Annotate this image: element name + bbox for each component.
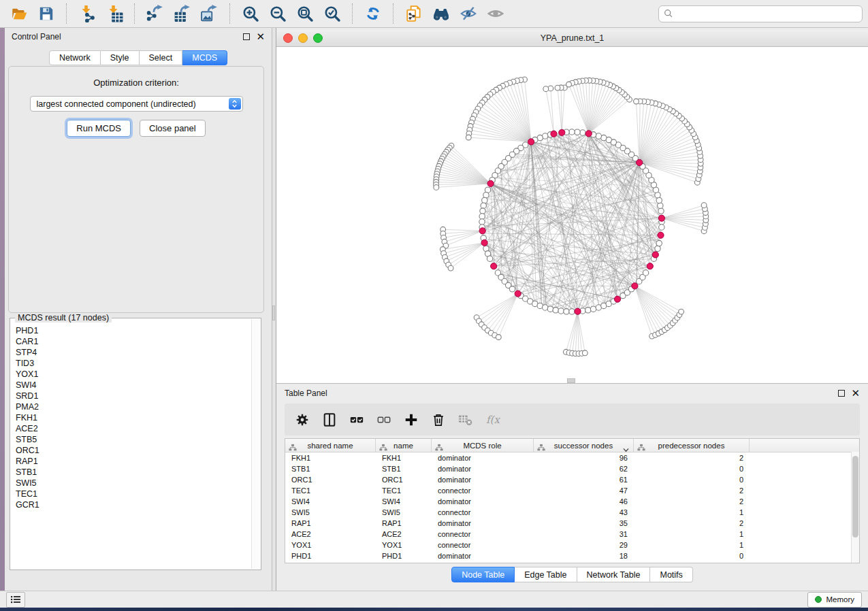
memory-button[interactable]: Memory (807, 592, 862, 608)
table-cell[interactable]: 18 (534, 550, 634, 561)
show-columns-button[interactable] (319, 409, 340, 431)
mcds-result-item[interactable]: FKH1 (16, 412, 261, 423)
network-graph[interactable] (276, 47, 868, 384)
mcds-result-item[interactable]: YOX1 (16, 369, 261, 380)
table-cell[interactable]: FKH1 (285, 452, 376, 463)
search-network-button[interactable] (428, 2, 455, 25)
table-cell[interactable]: connector (432, 529, 534, 540)
mcds-list-scrollbar[interactable] (251, 319, 260, 569)
table-cell[interactable]: TEC1 (285, 485, 376, 496)
table-cell[interactable]: YOX1 (285, 540, 376, 550)
scrollbar-thumb[interactable] (852, 456, 858, 538)
refresh-view-button[interactable] (359, 2, 387, 25)
horizontal-splitter-handle[interactable] (567, 378, 575, 383)
close-window-icon[interactable] (283, 33, 293, 43)
zoom-in-button[interactable] (237, 2, 264, 25)
search-input[interactable] (658, 5, 863, 22)
mcds-result-item[interactable]: CAR1 (16, 336, 261, 347)
import-network-button[interactable] (74, 2, 101, 25)
mcds-result-item[interactable]: SWI4 (16, 380, 261, 391)
mcds-result-item[interactable]: TID3 (16, 358, 261, 369)
table-cell[interactable]: FKH1 (376, 452, 432, 463)
table-cell[interactable]: PHD1 (285, 550, 376, 561)
float-panel-icon[interactable] (243, 33, 250, 40)
table-cell[interactable]: 96 (534, 452, 634, 463)
tab-edge-table[interactable]: Edge Table (515, 567, 577, 582)
select-all-button[interactable] (346, 409, 368, 431)
mcds-result-item[interactable]: STP4 (16, 347, 261, 358)
table-row[interactable]: PHD1PHD1dominator180 (285, 550, 859, 561)
table-cell[interactable]: ACE2 (285, 529, 376, 540)
table-scrollbar[interactable] (851, 452, 859, 563)
table-cell[interactable]: 1 (634, 507, 750, 518)
table-row[interactable]: TEC1TEC1connector472 (285, 485, 859, 496)
table-cell[interactable]: 31 (534, 529, 634, 540)
mcds-result-item[interactable]: SWI5 (16, 478, 261, 489)
table-cell[interactable]: PHD1 (376, 550, 432, 561)
table-cell[interactable]: dominator (432, 452, 534, 463)
automation-panel-button[interactable] (6, 592, 25, 608)
tab-mcds[interactable]: MCDS (182, 50, 227, 65)
table-cell[interactable]: 0 (634, 474, 750, 485)
export-network-button[interactable] (142, 2, 169, 25)
clone-network-button[interactable] (400, 2, 428, 25)
table-cell[interactable]: RAP1 (376, 518, 432, 529)
column-settings-button[interactable] (291, 409, 313, 431)
network-view[interactable] (276, 47, 868, 384)
table-cell[interactable]: 35 (534, 518, 634, 529)
table-cell[interactable]: 61 (534, 474, 634, 485)
table-row[interactable]: STB1STB1dominator620 (285, 463, 859, 474)
export-image-button[interactable] (196, 2, 223, 25)
tab-network-table[interactable]: Network Table (577, 567, 651, 582)
table-cell[interactable]: ORC1 (285, 474, 376, 485)
mcds-result-item[interactable]: GCR1 (16, 499, 261, 510)
table-cell[interactable]: connector (432, 540, 534, 550)
zoom-out-button[interactable] (264, 2, 291, 25)
table-cell[interactable]: 1 (634, 529, 750, 540)
table-cell[interactable]: 2 (634, 485, 750, 496)
mcds-result-item[interactable]: PHD1 (16, 325, 261, 336)
save-session-button[interactable] (33, 2, 60, 25)
table-row[interactable]: ORC1ORC1dominator610 (285, 474, 859, 485)
delete-row-button[interactable] (428, 409, 449, 431)
mcds-result-item[interactable]: STB1 (16, 467, 261, 478)
mcds-result-item[interactable]: SRD1 (16, 391, 261, 401)
table-cell[interactable]: connector (432, 485, 534, 496)
minimize-window-icon[interactable] (298, 33, 308, 43)
column-header-shared-name[interactable]: shared name (285, 439, 376, 452)
table-cell[interactable]: 46 (534, 496, 634, 507)
tab-network[interactable]: Network (49, 50, 101, 65)
column-header-predecessor-nodes[interactable]: predecessor nodes (634, 439, 750, 452)
run-mcds-button[interactable]: Run MCDS (67, 120, 131, 137)
table-row[interactable]: YOX1YOX1connector291 (285, 540, 859, 550)
close-panel-icon[interactable]: ✕ (256, 33, 265, 40)
table-row[interactable]: FKH1FKH1dominator962 (285, 452, 859, 463)
column-header-name[interactable]: name (376, 439, 432, 452)
table-cell[interactable]: 2 (634, 496, 750, 507)
table-cell[interactable]: 1 (634, 540, 750, 550)
import-table-button[interactable] (101, 2, 128, 25)
table-cell[interactable]: 0 (634, 463, 750, 474)
table-cell[interactable]: STB1 (376, 463, 432, 474)
table-cell[interactable]: dominator (432, 518, 534, 529)
add-row-button[interactable] (400, 409, 422, 431)
close-table-panel-icon[interactable]: ✕ (851, 390, 860, 397)
mcds-result-item[interactable]: RAP1 (16, 456, 261, 467)
table-cell[interactable]: STB1 (285, 463, 376, 474)
table-cell[interactable]: dominator (432, 463, 534, 474)
table-row[interactable]: ACE2ACE2connector311 (285, 529, 859, 540)
mcds-result-item[interactable]: ACE2 (16, 423, 261, 434)
close-panel-button[interactable]: Close panel (140, 120, 206, 137)
hide-selected-button[interactable] (455, 2, 482, 25)
table-cell[interactable]: YOX1 (376, 540, 432, 550)
mcds-result-item[interactable]: ORC1 (16, 445, 261, 456)
tab-node-table[interactable]: Node Table (451, 567, 515, 582)
table-cell[interactable]: SWI4 (285, 496, 376, 507)
table-cell[interactable]: TEC1 (376, 485, 432, 496)
table-cell[interactable]: SWI5 (285, 507, 376, 518)
mcds-result-item[interactable]: TEC1 (16, 489, 261, 499)
table-row[interactable]: SWI5SWI5connector431 (285, 507, 859, 518)
table-cell[interactable]: 2 (634, 452, 750, 463)
column-header-successor-nodes[interactable]: successor nodes (534, 439, 634, 452)
table-cell[interactable]: 47 (534, 485, 634, 496)
